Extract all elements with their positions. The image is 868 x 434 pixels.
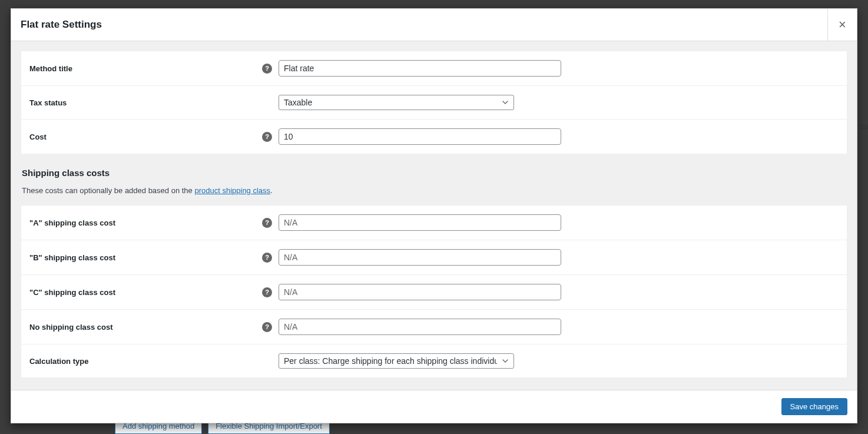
no-class-row: No shipping class cost ? bbox=[21, 310, 847, 344]
class-a-row: "A" shipping class cost ? bbox=[21, 206, 847, 240]
method-title-input[interactable] bbox=[279, 60, 561, 77]
help-icon[interactable]: ? bbox=[262, 322, 272, 332]
flat-rate-settings-modal: Flat rate Settings × Method title ? Tax … bbox=[11, 8, 857, 423]
tax-status-select[interactable]: Taxable bbox=[279, 95, 514, 110]
shipping-class-costs-desc: These costs can optionally be added base… bbox=[22, 186, 846, 195]
shipping-class-costs-section: "A" shipping class cost ? "B" shipping c… bbox=[21, 205, 847, 378]
shipping-class-costs-heading: Shipping class costs bbox=[22, 168, 846, 178]
modal-body: Method title ? Tax status Taxable Cost ?… bbox=[11, 41, 857, 390]
cost-input[interactable] bbox=[279, 128, 561, 145]
help-icon[interactable]: ? bbox=[262, 64, 272, 74]
cost-row: Cost ? bbox=[21, 120, 847, 154]
tax-status-row: Tax status Taxable bbox=[21, 86, 847, 120]
class-b-input[interactable] bbox=[279, 249, 561, 266]
close-icon[interactable]: × bbox=[827, 9, 857, 41]
no-class-input[interactable] bbox=[279, 319, 561, 335]
class-c-input[interactable] bbox=[279, 284, 561, 300]
desc-prefix: These costs can optionally be added base… bbox=[22, 186, 194, 195]
bg-clipped-text: cu bbox=[860, 122, 868, 131]
product-shipping-class-link[interactable]: product shipping class bbox=[194, 186, 270, 195]
class-b-row: "B" shipping class cost ? bbox=[21, 240, 847, 275]
calculation-type-label: Calculation type bbox=[29, 357, 262, 366]
method-title-row: Method title ? bbox=[21, 51, 847, 86]
calculation-type-select[interactable]: Per class: Charge shipping for each ship… bbox=[279, 353, 514, 369]
cost-label: Cost bbox=[29, 132, 262, 141]
help-icon[interactable]: ? bbox=[262, 132, 272, 142]
class-c-row: "C" shipping class cost ? bbox=[21, 275, 847, 310]
class-a-input[interactable] bbox=[279, 214, 561, 231]
main-settings-section: Method title ? Tax status Taxable Cost ? bbox=[21, 51, 847, 154]
modal-footer: Save changes bbox=[11, 390, 857, 423]
tax-status-label: Tax status bbox=[29, 98, 262, 107]
class-a-label: "A" shipping class cost bbox=[29, 218, 262, 227]
desc-suffix: . bbox=[270, 186, 273, 195]
modal-title: Flat rate Settings bbox=[21, 19, 102, 31]
help-icon[interactable]: ? bbox=[262, 253, 272, 263]
method-title-label: Method title bbox=[29, 64, 262, 73]
calculation-type-row: Calculation type Per class: Charge shipp… bbox=[21, 344, 847, 377]
class-b-label: "B" shipping class cost bbox=[29, 253, 262, 262]
help-icon[interactable]: ? bbox=[262, 287, 272, 297]
no-class-label: No shipping class cost bbox=[29, 323, 262, 332]
help-icon[interactable]: ? bbox=[262, 218, 272, 228]
save-changes-button[interactable]: Save changes bbox=[781, 398, 847, 415]
class-c-label: "C" shipping class cost bbox=[29, 288, 262, 297]
modal-header: Flat rate Settings × bbox=[11, 9, 857, 41]
